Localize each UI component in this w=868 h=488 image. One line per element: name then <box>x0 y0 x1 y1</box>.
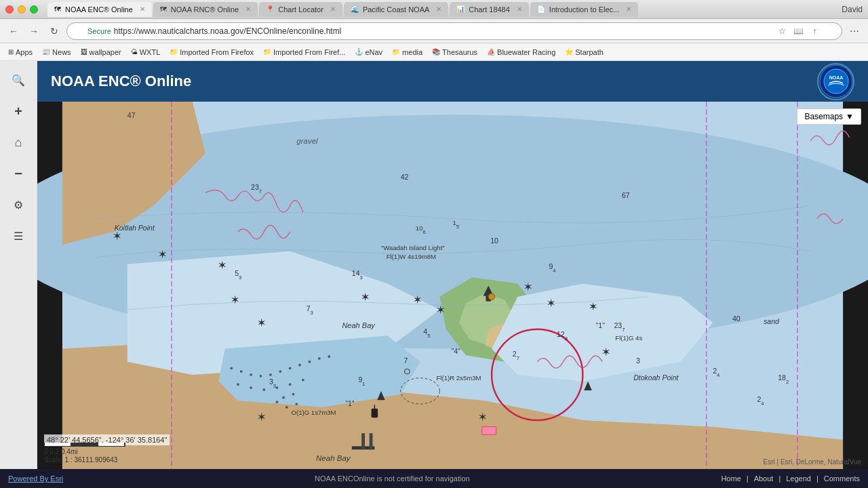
footer-separator: | <box>747 474 749 483</box>
svg-point-26 <box>292 393 295 396</box>
noaa-header: NOAA ENC® Online NOAA <box>37 61 868 102</box>
bookmark-label: Apps <box>16 48 33 56</box>
browser-tab[interactable]: 🌊Pacific Coast NOAA✕ <box>344 2 448 17</box>
tab-favicon: 🗺 <box>160 5 167 13</box>
bookmark-icon: 📁 <box>170 48 178 56</box>
browser-tab[interactable]: 📊Chart 18484✕ <box>450 2 529 17</box>
bookmark-item[interactable]: 📁media <box>388 47 427 58</box>
bookmark-item[interactable]: 🖼wallpaper <box>77 47 125 58</box>
svg-text:40: 40 <box>732 314 741 323</box>
basemaps-button[interactable]: Basemaps ▼ <box>797 108 861 125</box>
bookmark-icon: ⚓ <box>355 48 363 56</box>
svg-rect-51 <box>372 409 378 418</box>
bookmark-item[interactable]: ⛵Bluewater Racing <box>483 47 559 58</box>
svg-point-25 <box>282 396 285 399</box>
back-button[interactable]: ← <box>5 23 22 39</box>
svg-text:✶: ✶ <box>437 305 445 315</box>
home-button[interactable]: ⌂ <box>6 130 31 155</box>
svg-point-12 <box>269 373 272 376</box>
browser-tab[interactable]: 📄Introduction to Elec...✕ <box>530 2 638 17</box>
bookmark-item[interactable]: 📰News <box>38 47 75 58</box>
tab-close-icon[interactable]: ✕ <box>436 5 441 13</box>
map-area[interactable]: NOAA ENC® Online NOAA Basemaps ▼ <box>37 61 868 469</box>
tab-close-icon[interactable]: ✕ <box>140 5 145 13</box>
share-icon[interactable]: ↑ <box>808 24 821 38</box>
bookmark-icon: 📚 <box>432 48 440 56</box>
reload-button[interactable]: ↻ <box>46 23 62 39</box>
close-button[interactable] <box>5 5 14 14</box>
svg-point-13 <box>279 370 281 373</box>
powered-by-link[interactable]: Powered By Esri <box>8 474 63 483</box>
esri-credit: Esri | Esri, DeLorme, NaturalVue <box>764 458 862 466</box>
svg-rect-55 <box>370 433 373 449</box>
footer-link-legend[interactable]: Legend <box>786 474 811 483</box>
bookmark-label: wallpaper <box>90 48 121 56</box>
svg-text:✶: ✶ <box>547 298 555 308</box>
bookmark-item[interactable]: 📁Imported From Firef... <box>259 47 349 58</box>
svg-text:Fl(1)G 4s: Fl(1)G 4s <box>615 334 642 342</box>
footer-link-about[interactable]: About <box>754 474 774 483</box>
browser-tab[interactable]: 🗺NOAA ENC® Online✕ <box>47 2 152 17</box>
bookmark-label: Imported From Firefox <box>180 48 254 56</box>
bookmark-label: Imported From Firef... <box>273 48 345 56</box>
svg-text:NOAA: NOAA <box>829 75 843 80</box>
search-button[interactable]: 🔍 <box>6 68 31 92</box>
reader-icon[interactable]: 📖 <box>791 24 805 38</box>
forward-button[interactable]: → <box>26 23 42 39</box>
settings-button[interactable]: ⚙ <box>6 192 31 217</box>
footer-right: Home | About | Legend | Comments <box>721 474 860 483</box>
layers-button[interactable]: ☰ <box>6 224 31 248</box>
svg-text:✶: ✶ <box>113 231 121 241</box>
map-canvas[interactable]: ✶ ✶ ✶ ✶ ✶ ✶ ✶ ✶ ✶ ✶ ✶ ✶ ✶ ✶ <box>37 102 868 469</box>
svg-text:Neah Bay: Neah Bay <box>316 454 351 462</box>
more-options-button[interactable]: ⋯ <box>846 23 863 39</box>
tab-label: Chart Locator <box>278 5 323 14</box>
svg-point-28 <box>285 406 288 409</box>
tab-favicon: 🗺 <box>54 5 61 13</box>
svg-point-17 <box>318 357 321 360</box>
svg-text:✶: ✶ <box>602 347 610 357</box>
svg-text:✶: ✶ <box>258 318 266 328</box>
tab-label: Chart 18484 <box>469 5 510 14</box>
bookmark-item[interactable]: ⭐Starpath <box>561 47 608 58</box>
bookmark-item[interactable]: 📁Imported From Firefox <box>165 47 258 58</box>
scale-bar: 0 0.2 0.4mi <box>44 443 125 455</box>
footer-center: NOAA ENCOnline is not certified for navi… <box>63 474 721 483</box>
tab-label: Pacific Coast NOAA <box>363 5 429 14</box>
bookmark-icon: 📁 <box>263 48 271 56</box>
url-bar[interactable]: Secure https://www.nauticalcharts.noaa.g… <box>66 22 842 40</box>
zoom-out-button[interactable]: − <box>6 161 31 186</box>
maximize-button[interactable] <box>30 5 38 14</box>
svg-text:3: 3 <box>636 357 640 365</box>
footer-link-comments[interactable]: Comments <box>824 474 860 483</box>
browser-tab[interactable]: 📍Chart Locator✕ <box>259 2 342 17</box>
noaa-logo: NOAA <box>817 63 854 100</box>
bookmark-item[interactable]: ⚓eNav <box>351 47 387 58</box>
footer-separator: | <box>778 474 781 483</box>
svg-text:gravel: gravel <box>296 137 318 145</box>
bookmark-label: Starpath <box>575 48 604 56</box>
main-content: 🔍 + ⌂ − ⚙ ☰ NOAA ENC® Online NOAA Basema… <box>0 61 868 469</box>
bookmark-item[interactable]: 📚Thesaurus <box>428 47 481 58</box>
bookmark-item[interactable]: ⊞Apps <box>4 47 37 58</box>
bookmark-star-icon[interactable]: ☆ <box>775 24 789 38</box>
tab-close-icon[interactable]: ✕ <box>330 5 336 13</box>
bookmark-item[interactable]: 🌤WXTL <box>127 47 165 58</box>
zoom-in-button[interactable]: + <box>6 99 31 123</box>
svg-point-29 <box>276 401 279 403</box>
bookmark-icon: 🌤 <box>131 48 138 56</box>
bookmark-icon: 📰 <box>42 48 50 56</box>
browser-tab[interactable]: 🗺NOAA RNC® Online✕ <box>153 2 258 17</box>
tab-close-icon[interactable]: ✕ <box>626 5 631 13</box>
svg-text:47: 47 <box>127 111 136 119</box>
svg-point-23 <box>289 383 292 386</box>
tab-close-icon[interactable]: ✕ <box>517 5 522 13</box>
tab-close-icon[interactable]: ✕ <box>245 5 251 13</box>
footer-link-home[interactable]: Home <box>721 474 741 483</box>
svg-point-11 <box>260 375 262 378</box>
svg-text:"1": "1" <box>345 399 355 407</box>
minimize-button[interactable] <box>18 5 26 14</box>
svg-point-19 <box>237 383 239 386</box>
svg-point-16 <box>309 361 311 363</box>
svg-text:✶: ✶ <box>231 295 239 305</box>
